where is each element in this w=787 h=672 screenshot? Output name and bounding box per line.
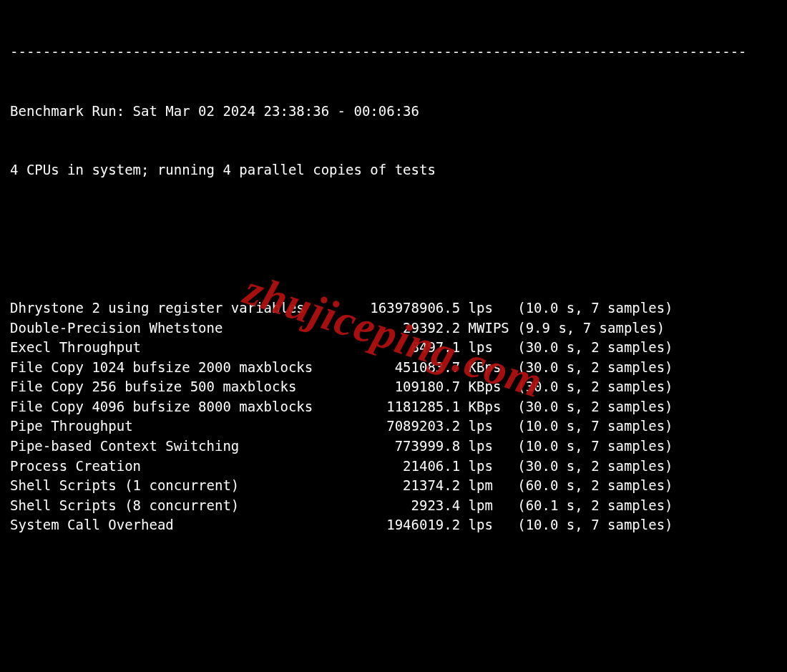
test-row: Shell Scripts (1 concurrent) 21374.2 lpm… <box>10 476 777 496</box>
test-row: System Call Overhead 1946019.2 lps (10.0… <box>10 515 777 535</box>
test-row: File Copy 1024 bufsize 2000 maxblocks 45… <box>10 358 777 378</box>
terminal-output: ----------------------------------------… <box>0 0 787 672</box>
test-row: Double-Precision Whetstone 29392.2 MWIPS… <box>10 318 777 339</box>
tests-block: Dhrystone 2 using register variables 163… <box>10 298 777 535</box>
separator-line: ----------------------------------------… <box>10 42 777 62</box>
run-line: Benchmark Run: Sat Mar 02 2024 23:38:36 … <box>10 102 777 122</box>
cpu-line: 4 CPUs in system; running 4 parallel cop… <box>10 160 777 180</box>
test-row: File Copy 256 bufsize 500 maxblocks 1091… <box>10 377 777 397</box>
test-row: Shell Scripts (8 concurrent) 2923.4 lpm … <box>10 496 777 516</box>
test-row: File Copy 4096 bufsize 8000 maxblocks 11… <box>10 397 777 417</box>
test-row: Pipe-based Context Switching 773999.8 lp… <box>10 437 777 457</box>
blank-line <box>10 594 777 614</box>
blank-line <box>10 220 777 240</box>
test-row: Dhrystone 2 using register variables 163… <box>10 298 777 318</box>
test-row: Execl Throughput 8497.1 lps (30.0 s, 2 s… <box>10 338 777 358</box>
test-row: Process Creation 21406.1 lps (30.0 s, 2 … <box>10 457 777 477</box>
test-row: Pipe Throughput 7089203.2 lps (10.0 s, 7… <box>10 417 777 437</box>
